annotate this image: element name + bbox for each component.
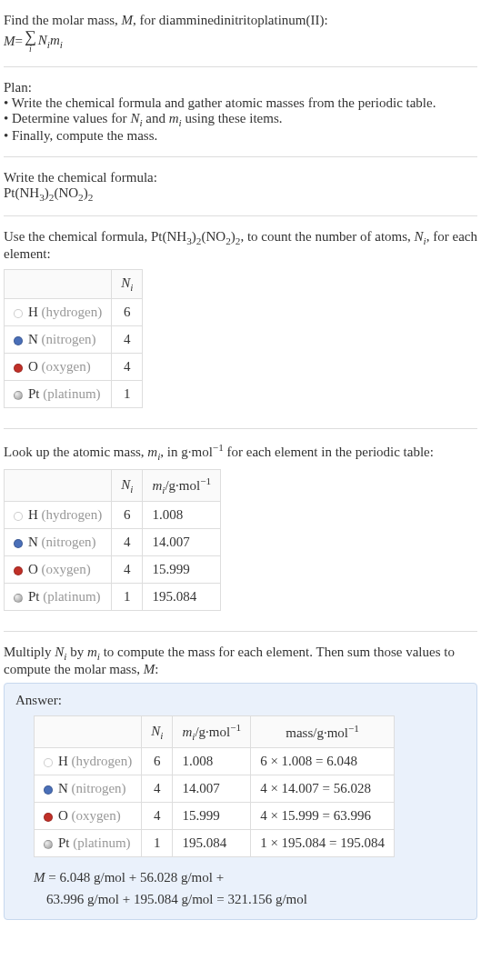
intro-equation: M = ∑ i Nimi [4, 28, 477, 54]
hm: m [152, 478, 162, 493]
mass-calc: 6 × 1.008 = 6.048 [251, 748, 395, 775]
header-mi: mi/g·mol−1 [143, 470, 221, 502]
element-symbol: N [58, 781, 68, 795]
f-pt: Pt(NH [4, 185, 39, 200]
eq-rhs: Nimi [38, 33, 63, 50]
element-dot-icon [14, 336, 23, 345]
hnsub: i [130, 484, 133, 495]
element-dot-icon [14, 594, 23, 603]
element-symbol: Pt [28, 386, 40, 401]
chemical-formula: Pt(NH3)2(NO2)2 [4, 185, 477, 203]
plan-b2-and: and [143, 111, 169, 125]
intro-var-m: M [122, 13, 134, 27]
table-header-row: Ni mi/g·mol−1 [5, 470, 221, 502]
n-value: 4 [112, 529, 143, 556]
n-value: 4 [142, 803, 173, 830]
divider [4, 156, 477, 157]
plan-b2-prefix: • Determine values for [4, 111, 130, 125]
table-row: H (hydrogen)61.0086 × 1.008 = 6.048 [35, 748, 395, 775]
element-name: (hydrogen) [68, 754, 132, 768]
element-cell: H (hydrogen) [5, 502, 112, 529]
table-row: O (oxygen)4 [5, 354, 143, 381]
eq-lhs: M [4, 34, 15, 49]
table-header-row: Ni mi/g·mol−1 mass/g·mol−1 [35, 716, 395, 748]
am-neg1: −1 [213, 442, 224, 453]
table-row: O (oxygen)415.999 [5, 556, 221, 584]
plan-title: Plan: [4, 80, 477, 95]
m-value: 1.008 [173, 748, 251, 775]
plan-b2-suffix: using these items. [182, 111, 283, 125]
element-cell: O (oxygen) [5, 556, 112, 584]
element-name: (hydrogen) [38, 507, 102, 522]
f-no: (NO [54, 185, 78, 200]
element-dot-icon [14, 566, 23, 575]
header-empty [5, 470, 112, 502]
count-atoms-section: Use the chemical formula, Pt(NH3)2(NO2)2… [4, 224, 477, 421]
divider [4, 215, 477, 216]
final-m: M [34, 870, 45, 885]
hunit: /g·mol [165, 478, 200, 493]
element-cell: N (nitrogen) [5, 529, 112, 556]
element-name: (nitrogen) [38, 332, 96, 346]
n-value: 6 [112, 502, 143, 529]
element-symbol: N [28, 535, 38, 549]
mul-mvar: M [144, 662, 155, 676]
hmass: mass/g·mol [286, 725, 348, 740]
n-value: 4 [142, 775, 173, 803]
element-cell: O (oxygen) [5, 354, 112, 381]
element-symbol: O [58, 808, 68, 823]
multiply-section: Multiply Ni by mi to compute the mass fo… [4, 639, 477, 925]
element-symbol: Pt [58, 835, 70, 850]
element-dot-icon [44, 813, 53, 822]
element-symbol: H [58, 754, 68, 768]
f-2c: 2 [88, 192, 94, 203]
intro-suffix: , for diamminedinitritoplatinum(II): [133, 13, 328, 27]
m-value: 1.008 [143, 502, 221, 529]
answer-box: Answer: Ni mi/g·mol−1 mass/g·mol−1 H (hy… [4, 683, 477, 920]
element-cell: Pt (platinum) [35, 830, 142, 857]
header-ni: Ni [112, 270, 143, 299]
am-prefix: Look up the atomic mass, [4, 445, 147, 459]
hneg1: −1 [230, 722, 241, 733]
eq-m: m [50, 33, 60, 47]
element-dot-icon [14, 391, 23, 400]
element-cell: Pt (platinum) [5, 381, 112, 408]
ca-prefix: Use the chemical formula, Pt(NH [4, 229, 186, 244]
intro-section: Find the molar mass, M, for diamminedini… [4, 7, 477, 59]
table-row: Pt (platinum)1195.084 [5, 584, 221, 611]
header-ni: Ni [142, 716, 173, 748]
ca-no: (NO [201, 229, 225, 244]
n-value: 6 [112, 299, 143, 326]
table-row: H (hydrogen)6 [5, 299, 143, 326]
final-equation: M = 6.048 g/mol + 56.028 g/mol + 63.996 … [34, 866, 466, 910]
sigma-symbol: ∑ i [25, 28, 36, 54]
write-formula-section: Write the chemical formula: Pt(NH3)2(NO2… [4, 165, 477, 208]
table-row: N (nitrogen)4 [5, 326, 143, 354]
element-symbol: O [28, 562, 38, 576]
table-row: N (nitrogen)414.007 [5, 529, 221, 556]
final-eq2: 63.996 g/mol + 195.084 g/mol = 321.156 g… [46, 892, 307, 906]
element-name: (nitrogen) [38, 535, 96, 549]
mul-p1: Multiply [4, 645, 55, 659]
hunit: /g·mol [195, 725, 230, 739]
m-value: 195.084 [173, 830, 251, 857]
answer-inner: Ni mi/g·mol−1 mass/g·mol−1 H (hydrogen)6… [15, 715, 466, 910]
plan-section: Plan: • Write the chemical formula and g… [4, 75, 477, 149]
element-dot-icon [44, 785, 53, 795]
table-row: Pt (platinum)1 [5, 381, 143, 408]
intro-prefix: Find the molar mass, [4, 13, 122, 27]
m-value: 14.007 [143, 529, 221, 556]
ca-var-n: N [415, 229, 424, 244]
header-empty [5, 270, 112, 299]
count-atoms-table: Ni H (hydrogen)6N (nitrogen)4O (oxygen)4… [4, 269, 143, 408]
element-symbol: O [28, 359, 38, 374]
divider [4, 428, 477, 429]
n-value: 4 [112, 326, 143, 354]
element-cell: O (oxygen) [35, 803, 142, 830]
header-empty [35, 716, 142, 748]
answer-table: Ni mi/g·mol−1 mass/g·mol−1 H (hydrogen)6… [34, 715, 395, 857]
m-value: 195.084 [143, 584, 221, 611]
am-suffix: for each element in the periodic table: [224, 445, 434, 459]
element-cell: N (nitrogen) [5, 326, 112, 354]
element-name: (oxygen) [68, 808, 121, 823]
